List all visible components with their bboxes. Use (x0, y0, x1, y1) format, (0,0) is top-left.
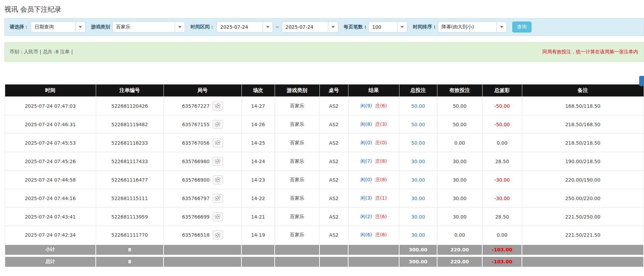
date-to-input[interactable] (282, 22, 328, 32)
view-cards-button[interactable] (213, 212, 223, 221)
result-banker: 庄(3) (375, 121, 387, 127)
round-id-text: 635766980 (182, 159, 209, 164)
date-range-separator: ~ (275, 24, 279, 30)
round-id-text: 635767155 (182, 122, 209, 127)
cell-time: 2025-07-24 07:47:03 (5, 97, 96, 115)
date-to-dropdown-button[interactable] (328, 22, 338, 32)
cards-icon (215, 233, 221, 238)
sort-combo (438, 22, 507, 32)
date-from-dropdown-button[interactable] (263, 22, 273, 32)
total-bet-link[interactable]: 30.00 (411, 159, 425, 164)
total-count: 8 (96, 256, 163, 267)
cell-total-bet: 30.00 (399, 171, 437, 189)
cell-valid-bet: 30.00 (437, 189, 482, 208)
date-range-label: 时间区间： (190, 24, 214, 30)
cell-bet-id: 522681113959 (96, 208, 163, 226)
view-cards-button[interactable] (213, 102, 223, 110)
total-bet-link[interactable]: 50.00 (411, 103, 425, 109)
total-bet-link[interactable]: 50.00 (411, 140, 425, 146)
cell-payout: -30.00 (482, 189, 522, 208)
table-row: 2025-07-24 07:42:34 522681111770 6357665… (5, 226, 644, 245)
game-type-input[interactable] (112, 22, 175, 32)
search-button[interactable]: 查询 (512, 22, 531, 32)
total-valid-bet: 220.00 (437, 256, 482, 267)
cell-bet-id: 522681111770 (96, 226, 163, 245)
caret-down-icon (79, 26, 82, 28)
caret-down-icon (178, 26, 182, 28)
cell-time: 2025-07-24 07:44:16 (5, 189, 96, 208)
result-banker: 庄(6) (375, 103, 387, 108)
header-round-id: 局号 (163, 84, 241, 97)
total-label: 总计 (5, 256, 96, 267)
cell-time: 2025-07-24 07:44:58 (5, 171, 96, 189)
page: 视讯 会员下注纪录 请选择： 游戏类别 时间区间： ~ 每页笔数 : 时间排序 … (0, 5, 644, 276)
header-table-no: 桌号 (319, 84, 348, 97)
cell-game-type: 百家乐 (275, 226, 319, 245)
cell-round-id: 635766900 (163, 171, 241, 189)
result-banker: 庄(1) (375, 195, 387, 201)
total-bet-link[interactable]: 30.00 (411, 177, 425, 183)
cell-bet-id: 522681115111 (96, 189, 163, 208)
subtotal-row: 小计 8 300.00 220.00 -103.00 (5, 245, 644, 256)
round-id-text: 635767056 (182, 140, 209, 146)
cell-time: 2025-07-24 07:46:31 (5, 115, 96, 134)
cards-icon (215, 159, 221, 164)
date-from-input[interactable] (216, 22, 263, 32)
view-cards-button[interactable] (213, 139, 223, 147)
subtotal-total-bet: 300.00 (399, 245, 437, 256)
cell-result: 闲(8) 庄(3) (348, 115, 399, 134)
cell-valid-bet: 0.00 (437, 226, 482, 245)
cell-bet-id: 522681116477 (96, 171, 163, 189)
page-size-input[interactable] (368, 22, 397, 32)
result-player: 闲(0) (360, 177, 372, 182)
cell-total-bet: 50.00 (399, 134, 437, 152)
header-result: 结果 (348, 84, 399, 97)
cell-payout: 28.50 (482, 152, 522, 171)
round-id-text: 635766699 (182, 214, 209, 220)
cell-table-no: AS2 (319, 208, 348, 226)
view-cards-button[interactable] (213, 194, 223, 203)
query-type-input[interactable] (31, 22, 75, 32)
cell-bet-id: 522681117433 (96, 152, 163, 171)
date-from-combo (216, 22, 273, 32)
result-banker: 庄(6) (375, 232, 387, 237)
total-bet-link[interactable]: 30.00 (411, 214, 425, 220)
query-type-dropdown-button[interactable] (75, 22, 86, 32)
page-title: 视讯 会员下注纪录 (4, 5, 644, 14)
table-row: 2025-07-24 07:44:58 522681116477 6357669… (5, 171, 644, 189)
result-player: 闲(2) (360, 214, 372, 219)
cell-payout: 0.00 (482, 134, 522, 152)
cell-remark: 168.50/118.50 (522, 97, 644, 115)
cell-game-type: 百家乐 (275, 171, 319, 189)
round-id-text: 635766900 (182, 177, 209, 183)
cell-valid-bet: 0.00 (437, 134, 482, 152)
cell-payout: -30.00 (482, 171, 522, 189)
bet-records-table: 时间 注单编号 局号 场次 游戏类别 桌号 结果 总投注 有效投注 总派彩 备注… (4, 84, 644, 267)
cell-session: 14-25 (241, 134, 275, 152)
game-type-dropdown-button[interactable] (175, 22, 185, 32)
sort-input[interactable] (438, 22, 497, 32)
result-banker: 庄(0) (375, 140, 387, 145)
total-bet-link[interactable]: 30.00 (411, 232, 425, 238)
view-cards-button[interactable] (213, 231, 223, 239)
total-bet-link[interactable]: 50.00 (411, 122, 425, 127)
cell-remark: 250.00/220.00 (522, 189, 644, 208)
total-bet-link[interactable]: 30.00 (411, 196, 425, 201)
summary-bar: 币别 : 人民币 | 总共 :8 注单 | 同局有效投注，统一计算在该局第一张注… (4, 42, 644, 62)
right-edge-button[interactable] (639, 76, 644, 86)
cell-payout: 0.00 (482, 226, 522, 245)
cards-icon (215, 196, 221, 201)
cell-session: 14-26 (241, 115, 275, 134)
page-size-dropdown-button[interactable] (397, 22, 407, 32)
cell-total-bet: 30.00 (399, 189, 437, 208)
total-row: 总计 8 300.00 220.00 -103.00 (5, 256, 644, 267)
cell-bet-id: 522681119482 (96, 115, 163, 134)
view-cards-button[interactable] (213, 175, 223, 184)
cell-valid-bet: 30.00 (437, 152, 482, 171)
sort-dropdown-button[interactable] (497, 22, 507, 32)
view-cards-button[interactable] (213, 120, 223, 129)
cell-round-id: 635767056 (163, 134, 241, 152)
cell-table-no: AS2 (319, 171, 348, 189)
view-cards-button[interactable] (213, 157, 223, 166)
cell-round-id: 635767227 (163, 97, 241, 115)
